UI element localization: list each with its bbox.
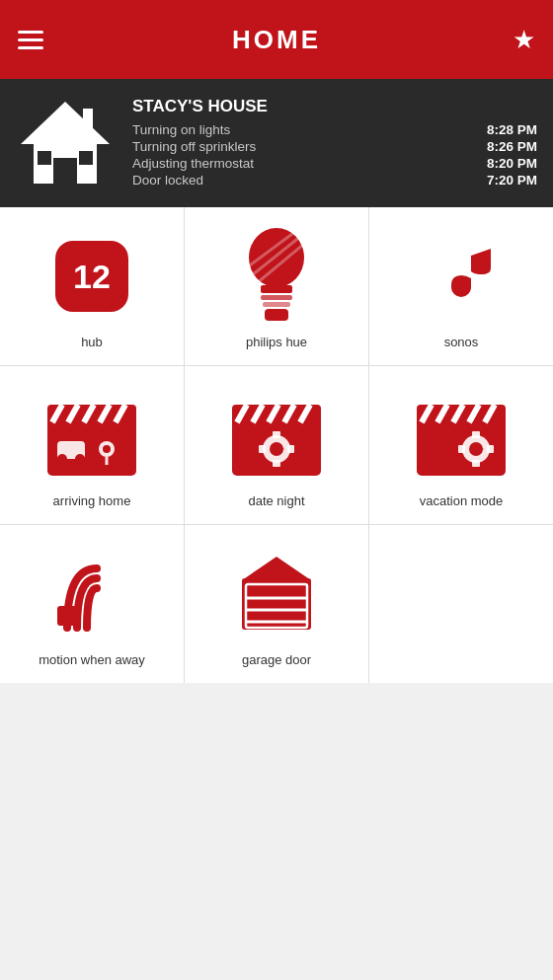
grid-cell-motion-when-away[interactable]: motion when away — [0, 525, 184, 683]
house-info: STACY'S HOUSE Turning on lights 8:28 PM … — [132, 97, 537, 189]
house-icon — [16, 97, 115, 189]
sonos-label: sonos — [444, 335, 479, 349]
grid-cell-hub[interactable]: 12 hub — [0, 207, 184, 365]
bulb-icon — [237, 225, 316, 325]
activity-label-2: Adjusting thermostat — [132, 156, 254, 171]
garage-icon — [232, 543, 321, 642]
date-night-icon — [227, 384, 326, 484]
music-icon — [417, 225, 506, 325]
activity-label-3: Door locked — [132, 173, 203, 188]
svg-rect-9 — [261, 285, 292, 293]
svg-rect-56 — [458, 445, 465, 453]
svg-rect-3 — [38, 151, 51, 165]
house-name: STACY'S HOUSE — [132, 97, 537, 116]
svg-point-29 — [103, 445, 111, 453]
arriving-icon — [42, 384, 141, 484]
activity-row-2: Adjusting thermostat 8:20 PM — [132, 156, 537, 171]
svg-rect-2 — [53, 158, 77, 184]
hub-label: hub — [81, 335, 103, 349]
app-header: HOME ★ — [0, 0, 553, 79]
grid-cell-philips-hue[interactable]: philips hue — [185, 207, 368, 365]
svg-rect-55 — [472, 460, 480, 467]
svg-rect-42 — [259, 445, 266, 453]
svg-point-26 — [57, 454, 67, 464]
svg-rect-5 — [83, 109, 93, 130]
house-panel: STACY'S HOUSE Turning on lights 8:28 PM … — [0, 79, 553, 207]
svg-point-8 — [249, 228, 304, 287]
favorite-button[interactable]: ★ — [513, 25, 535, 55]
menu-button[interactable] — [18, 31, 43, 49]
house-svg — [16, 97, 115, 186]
hub-icon: 12 — [47, 225, 136, 325]
activity-time-1: 8:26 PM — [487, 139, 537, 154]
device-grid: 12 hub philips hue — [0, 207, 553, 683]
grid-cell-vacation-mode[interactable]: vacation mode — [369, 366, 553, 524]
grid-cell-empty — [369, 525, 553, 683]
activity-time-0: 8:28 PM — [487, 122, 537, 137]
activity-row-0: Turning on lights 8:28 PM — [132, 122, 537, 137]
philips-hue-label: philips hue — [246, 335, 307, 349]
grid-cell-arriving-home[interactable]: arriving home — [0, 366, 184, 524]
motion-when-away-label: motion when away — [39, 652, 145, 667]
svg-rect-12 — [265, 309, 288, 321]
motion-icon — [47, 543, 136, 642]
svg-rect-59 — [57, 606, 77, 626]
grid-cell-sonos[interactable]: sonos — [369, 207, 553, 365]
svg-rect-40 — [273, 431, 280, 438]
activity-time-2: 8:20 PM — [487, 156, 537, 171]
svg-text:12: 12 — [73, 258, 111, 295]
activity-time-3: 7:20 PM — [487, 173, 537, 188]
svg-rect-41 — [273, 460, 280, 467]
svg-point-16 — [451, 277, 471, 297]
svg-rect-57 — [487, 445, 494, 453]
svg-marker-0 — [21, 102, 110, 144]
svg-rect-11 — [263, 302, 290, 307]
activity-label-1: Turning off sprinklers — [132, 139, 256, 154]
vacation-icon — [412, 384, 511, 484]
grid-cell-date-night[interactable]: date night — [185, 366, 368, 524]
svg-rect-10 — [261, 295, 292, 300]
svg-point-27 — [75, 454, 85, 464]
svg-rect-54 — [472, 431, 480, 438]
activity-row-3: Door locked 7:20 PM — [132, 173, 537, 188]
svg-point-17 — [473, 259, 489, 274]
svg-rect-43 — [287, 445, 294, 453]
activity-row-1: Turning off sprinklers 8:26 PM — [132, 139, 537, 154]
grid-cell-garage-door[interactable]: garage door — [185, 525, 368, 683]
svg-rect-4 — [79, 151, 93, 165]
app-title: HOME — [232, 25, 321, 55]
activity-label-0: Turning on lights — [132, 122, 230, 137]
date-night-label: date night — [248, 493, 304, 508]
svg-marker-60 — [242, 557, 311, 580]
arriving-home-label: arriving home — [53, 493, 131, 508]
garage-door-label: garage door — [242, 652, 311, 667]
vacation-mode-label: vacation mode — [420, 493, 504, 508]
